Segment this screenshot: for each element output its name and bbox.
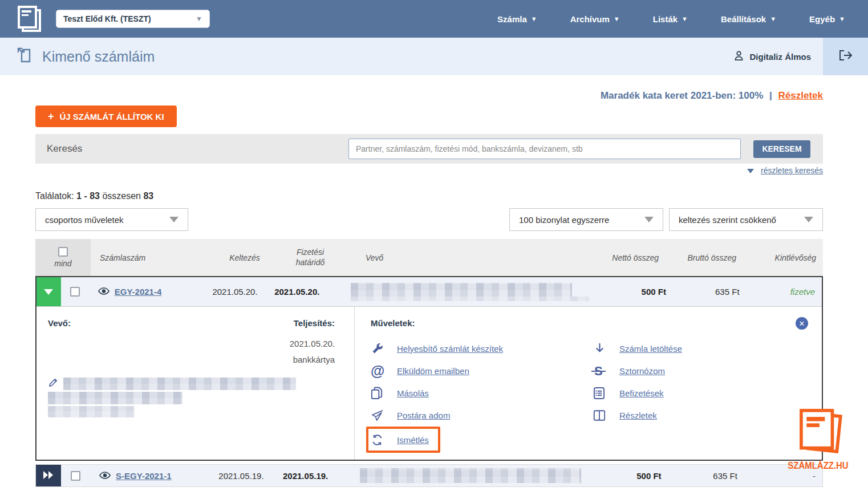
row-checkbox[interactable] — [70, 287, 80, 297]
row-status: fizetve — [740, 287, 822, 297]
chevron-down-icon: ▼ — [531, 15, 537, 22]
triangle-down-icon — [169, 217, 179, 222]
header-outstanding: Kintlévőség — [736, 253, 823, 262]
invoice-table: mind Számlaszám Keltezés Fizetési határi… — [35, 239, 823, 487]
search-button[interactable]: KERESEM — [753, 140, 810, 158]
op-link[interactable]: Részletek — [619, 411, 657, 420]
op-link[interactable]: Másolás — [397, 388, 429, 398]
new-invoice-button[interactable]: + ÚJ SZÁMLÁT ÁLLÍTOK KI — [35, 106, 177, 127]
repeat-highlight-box: Ismétlés — [366, 427, 440, 453]
row-checkbox[interactable] — [71, 471, 80, 481]
page: Teszt Előd Kft. (TESZT) ▼ Számla ▼ Archí… — [0, 0, 868, 495]
invoice-link[interactable]: S-EGY-2021-1 — [116, 471, 172, 481]
user-menu[interactable]: Digitaliz Álmos — [733, 50, 811, 63]
nav-item-label: Archívum — [570, 14, 610, 24]
op-link[interactable]: Postára adom — [397, 411, 450, 420]
new-invoice-label: ÚJ SZÁMLÁT ÁLLÍTOK KI — [60, 112, 164, 121]
expand-row-button[interactable] — [36, 465, 61, 486]
nav-item-listak[interactable]: Listák ▼ — [653, 14, 688, 24]
nav-item-archivum[interactable]: Archívum ▼ — [570, 14, 620, 24]
header-customer: Vevő — [344, 253, 577, 262]
nav-item-szamla[interactable]: Számla ▼ — [497, 14, 537, 24]
op-link[interactable]: Sztornózom — [619, 366, 665, 376]
operations-label: Műveletek: — [371, 318, 415, 328]
page-title: Kimenő számláim — [42, 48, 155, 65]
row-date: 2021.05.19. — [210, 471, 273, 481]
op-post[interactable]: Postára adom — [371, 404, 593, 427]
op-link[interactable]: Helyesbítő számlát készítek — [397, 344, 503, 354]
download-icon — [593, 342, 619, 355]
results-label: Találatok: — [35, 191, 74, 201]
op-copy[interactable]: Másolás — [371, 382, 593, 404]
op-details[interactable]: Részletek — [593, 404, 682, 427]
op-link[interactable]: Befizetések — [619, 388, 664, 398]
table-header-row: mind Számlaszám Keltezés Fizetési határi… — [35, 239, 823, 276]
nav-item-label: Listák — [653, 14, 678, 24]
advanced-search-link[interactable]: részletes keresés — [761, 166, 823, 175]
company-select-value: Teszt Előd Kft. (TESZT) — [63, 14, 151, 23]
customer-block-redacted — [48, 377, 335, 417]
triangle-down-icon — [644, 217, 654, 222]
sub-header: Kimenő számláim Digitaliz Álmos — [0, 38, 868, 75]
triangle-down-icon — [804, 217, 813, 222]
triangle-down-icon — [44, 289, 53, 295]
nav-menus: Számla ▼ Archívum ▼ Listák ▼ Beállítások… — [497, 14, 868, 24]
chevron-down-icon: ▼ — [196, 15, 202, 23]
double-arrow-right-icon — [42, 470, 55, 481]
logout-icon — [838, 49, 853, 64]
szamlazz-logo-icon — [792, 406, 845, 456]
nav-item-beallitasok[interactable]: Beállítások ▼ — [721, 14, 776, 24]
select-all-checkbox[interactable] — [58, 247, 68, 257]
chevron-down-icon: ▼ — [614, 15, 620, 22]
plus-icon: + — [48, 111, 54, 123]
select-all-label: mind — [54, 259, 71, 268]
eye-icon[interactable] — [99, 471, 111, 481]
sort-dropdown[interactable]: keltezés szerint csökkenő — [669, 208, 823, 231]
close-icon[interactable]: ✕ — [796, 317, 808, 330]
detail-left-column: Vevő: Teljesítés: 2021.05.20. bankkártya — [36, 307, 355, 460]
invoice-link[interactable]: EGY-2021-4 — [115, 287, 162, 297]
search-bar: Keresés KERESEM — [35, 134, 823, 164]
op-repeat[interactable]: Ismétlés — [371, 430, 429, 449]
op-send-email[interactable]: @ Elküldöm emailben — [371, 360, 593, 382]
results-range: 1 - 83 — [76, 191, 100, 201]
wrench-icon — [371, 342, 397, 355]
fulfillment-date: 2021.05.20. — [48, 336, 335, 352]
payment-method: bankkártya — [48, 352, 335, 368]
company-select[interactable]: Teszt Előd Kft. (TESZT) ▼ — [56, 10, 210, 28]
fulfillment-label: Teljesítés: — [294, 318, 335, 328]
row-customer-redacted — [329, 283, 589, 301]
at-icon: @ — [371, 364, 397, 378]
pencil-icon[interactable] — [48, 377, 59, 390]
op-correct-invoice[interactable]: Helyesbítő számlát készítek — [371, 338, 593, 360]
kata-details-link[interactable]: Részletek — [778, 90, 823, 101]
bulk-actions-dropdown[interactable]: csoportos műveletek — [35, 208, 188, 231]
eye-icon[interactable] — [98, 287, 109, 297]
op-link[interactable]: Ismétlés — [397, 435, 429, 445]
collapse-row-button[interactable] — [36, 277, 61, 306]
row-gross: 635 Ft — [662, 471, 737, 481]
nav-item-label: Beállítások — [721, 14, 766, 24]
top-nav: Teszt Előd Kft. (TESZT) ▼ Számla ▼ Archí… — [0, 0, 868, 38]
op-link[interactable]: Számla letöltése — [619, 344, 682, 354]
op-download[interactable]: Számla letöltése — [593, 338, 682, 360]
chevron-down-icon: ▼ — [770, 15, 776, 22]
per-page-dropdown[interactable]: 100 bizonylat egyszerre — [509, 208, 663, 231]
op-link[interactable]: Elküldöm emailben — [397, 366, 469, 376]
storno-icon: S — [593, 365, 619, 378]
search-input[interactable] — [348, 139, 741, 159]
search-label: Keresés — [47, 143, 82, 155]
logout-button[interactable] — [823, 38, 868, 75]
op-payments[interactable]: Befizetések — [593, 382, 682, 404]
row-due: 2021.05.20. — [265, 287, 329, 297]
columns-icon — [593, 409, 619, 421]
results-total: 83 — [143, 191, 153, 201]
op-storno[interactable]: S Sztornózom — [593, 360, 682, 382]
advanced-search: részletes keresés — [35, 166, 823, 175]
app-logo-icon — [15, 5, 43, 33]
szamlazz-logo-text: SZÁMLÁZZ.HU — [787, 460, 850, 472]
nav-item-label: Számla — [497, 14, 527, 24]
nav-item-egyeb[interactable]: Egyéb ▼ — [809, 14, 845, 24]
select-all-cell: mind — [35, 239, 91, 276]
header-due: Fizetési határidő — [277, 248, 344, 267]
